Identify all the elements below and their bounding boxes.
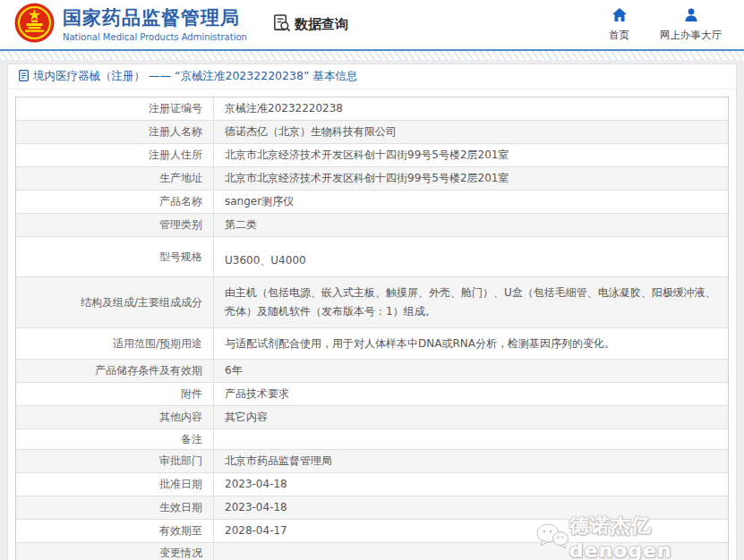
table-row: 结构及组成/主要组成成分 由主机（包括电源、嵌入式主板、触摸屏、外壳、舱门）、U… <box>16 277 728 328</box>
row-value: 6年 <box>214 360 728 382</box>
nav-home[interactable]: 首页 <box>609 8 629 42</box>
row-label: 适用范围/预期用途 <box>16 328 214 359</box>
table-row: 附件 产品技术要求 <box>16 383 728 406</box>
row-value: sanger测序仪 <box>214 191 728 213</box>
row-label: 附件 <box>16 383 214 405</box>
row-value: 与适配试剂配合使用，用于对人体样本中DNA或RNA分析，检测基因序列的变化。 <box>214 328 728 359</box>
row-label: 变更情况 <box>16 543 214 560</box>
row-value: 2023-04-18 <box>214 473 728 496</box>
document-icon <box>19 68 33 85</box>
row-label: 其他内容 <box>16 406 214 428</box>
site-header: 国家药品监督管理局 National Medical Products Admi… <box>0 0 744 51</box>
table-row: 产品名称 sanger测序仪 <box>16 191 728 214</box>
row-label: 生产地址 <box>16 167 214 190</box>
row-label: 产品储存条件及有效期 <box>16 360 214 382</box>
nav-online-hall[interactable]: 网上办事大厅 <box>660 8 722 42</box>
nmpa-logo[interactable]: 国家药品监督管理局 National Medical Products Admi… <box>14 3 247 47</box>
row-label: 型号规格 <box>16 237 214 276</box>
row-value: 由主机（包括电源、嵌入式主板、触摸屏、外壳、舱门）、U盒（包括毛细管、电泳凝胶、… <box>214 277 728 327</box>
row-value: 2023-04-18 <box>214 496 728 519</box>
row-label: 注册证编号 <box>16 98 214 120</box>
table-row: 生产地址 北京市北京经济技术开发区科创十四街99号5号楼2层201室 <box>16 167 728 191</box>
row-value: 京械注准20232220238 <box>214 98 728 120</box>
row-value: 产品技术要求 <box>214 383 728 405</box>
data-query-menu[interactable]: 数据查询 <box>272 13 348 36</box>
content-panel: 境内医疗器械（注册） —— “京械注准20232220238” 基本信息 注册证… <box>7 64 737 560</box>
row-label: 有效期至 <box>16 520 214 542</box>
decorative-hatch-band <box>0 51 744 60</box>
table-row: 型号规格 U3600、U4000 <box>16 237 728 277</box>
row-label: 产品名称 <box>16 191 214 213</box>
table-row: 管理类别 第二类 <box>16 214 728 237</box>
org-name-cn: 国家药品监督管理局 <box>63 7 247 29</box>
table-row: 审批部门 北京市药品监督管理局 <box>16 450 728 473</box>
national-emblem-icon <box>14 3 55 47</box>
registration-info-table: 注册证编号 京械注准20232220238 注册人名称 德诺杰亿（北京）生物科技… <box>15 97 729 560</box>
row-label: 注册人住所 <box>16 144 214 166</box>
row-label: 管理类别 <box>16 214 214 236</box>
row-value: U3600、U4000 <box>214 237 728 276</box>
row-label: 备注 <box>16 429 214 449</box>
table-row: 注册人名称 德诺杰亿（北京）生物科技有限公司 <box>16 121 728 144</box>
row-label: 审批部门 <box>16 450 214 472</box>
nav-home-label: 首页 <box>609 29 629 42</box>
org-name-en: National Medical Products Administration <box>63 32 247 42</box>
row-value: 第二类 <box>214 214 728 236</box>
breadcrumb: 境内医疗器械（注册） —— “京械注准20232220238” 基本信息 <box>8 64 736 89</box>
page-title: 境内医疗器械（注册） —— “京械注准20232220238” 基本信息 <box>33 69 357 84</box>
table-row: 产品储存条件及有效期 6年 <box>16 360 728 383</box>
data-query-label: 数据查询 <box>295 16 348 33</box>
table-row: 适用范围/预期用途 与适配试剂配合使用，用于对人体样本中DNA或RNA分析，检测… <box>16 328 728 360</box>
row-value: 其它内容 <box>214 406 728 428</box>
table-row: 备注 <box>16 429 728 450</box>
row-label: 结构及组成/主要组成成分 <box>16 277 214 327</box>
table-row: 有效期至 2028-04-17 <box>16 520 728 543</box>
home-icon <box>612 8 627 25</box>
row-label: 生效日期 <box>16 496 214 519</box>
row-value: 北京市北京经济技术开发区科创十四街99号5号楼2层201室 <box>214 167 728 190</box>
row-label: 批准日期 <box>16 473 214 496</box>
row-value: 北京市药品监督管理局 <box>214 450 728 472</box>
table-row: 批准日期 2023-04-18 <box>16 473 728 496</box>
document-search-icon <box>272 13 291 36</box>
table-row: 其他内容 其它内容 <box>16 406 728 429</box>
user-icon <box>684 8 698 25</box>
table-row: 注册人住所 北京市北京经济技术开发区科创十四街99号5号楼2层201室 <box>16 144 728 167</box>
table-row: 变更情况 <box>16 543 728 560</box>
row-value: 北京市北京经济技术开发区科创十四街99号5号楼2层201室 <box>214 144 728 166</box>
table-row: 生效日期 2023-04-18 <box>16 496 728 520</box>
nav-online-hall-label: 网上办事大厅 <box>660 29 722 42</box>
row-label: 注册人名称 <box>16 121 214 143</box>
row-value: 2028-04-17 <box>214 520 728 542</box>
table-row: 注册证编号 京械注准20232220238 <box>16 98 728 121</box>
row-value: 德诺杰亿（北京）生物科技有限公司 <box>214 121 728 143</box>
row-value <box>214 429 728 449</box>
row-value <box>214 543 728 560</box>
